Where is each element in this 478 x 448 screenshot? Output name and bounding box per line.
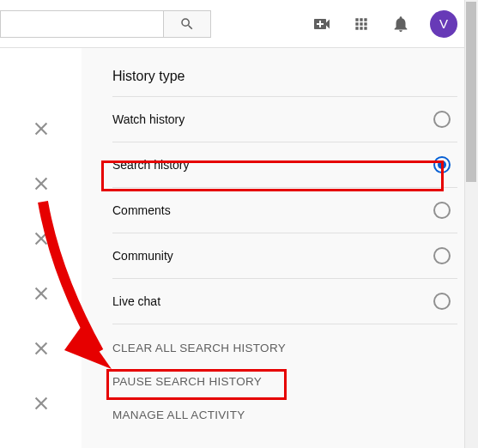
create-video-button[interactable] [312,14,332,34]
apps-grid-icon [353,15,370,33]
option-label: Search history [112,158,189,172]
close-icon [32,229,51,248]
divider [112,324,457,324]
close-icon [32,394,51,413]
option-label: Live chat [112,294,160,308]
panel-title: History type [112,69,457,84]
radio-unselected-icon [433,202,451,219]
clear-history-link[interactable]: CLEAR ALL SEARCH HISTORY [112,342,457,354]
video-plus-icon [312,14,332,34]
option-label: Comments [112,203,171,217]
search-icon [179,16,195,32]
remove-item-button[interactable] [31,228,51,249]
remove-item-button[interactable] [31,173,51,194]
manage-activity-link[interactable]: MANAGE ALL ACTIVITY [112,409,457,421]
remove-item-button[interactable] [31,393,51,414]
apps-button[interactable] [351,14,372,34]
radio-selected-icon [433,156,451,173]
pause-history-link[interactable]: PAUSE SEARCH HISTORY [112,375,457,388]
radio-unselected-icon [433,293,451,310]
remove-item-button[interactable] [31,338,51,359]
option-label: Watch history [112,112,185,126]
radio-unselected-icon [433,247,451,264]
history-type-panel: History type Watch history Search histor… [82,48,478,448]
search-container [0,10,211,38]
search-button[interactable] [163,10,211,38]
history-option-livechat[interactable]: Live chat [112,279,457,324]
avatar[interactable]: V [430,10,457,38]
remove-item-button[interactable] [31,283,51,304]
notifications-button[interactable] [390,14,411,34]
history-option-community[interactable]: Community [112,233,457,278]
close-icon [32,174,51,193]
history-option-watch[interactable]: Watch history [112,97,457,142]
content-area: History type Watch history Search histor… [0,48,478,448]
history-option-comments[interactable]: Comments [112,188,457,233]
header-icons: V [312,10,457,38]
scrollbar-track[interactable] [464,0,478,448]
remove-item-button[interactable] [31,118,51,139]
top-bar: V [0,0,478,48]
bell-icon [391,15,410,33]
left-column [0,48,82,448]
close-icon [32,284,51,303]
radio-unselected-icon [433,111,451,128]
search-input[interactable] [0,10,163,38]
option-label: Community [112,249,173,263]
close-icon [32,119,51,138]
history-option-search[interactable]: Search history [112,142,457,187]
close-icon [32,339,51,358]
scrollbar-thumb[interactable] [466,2,476,182]
